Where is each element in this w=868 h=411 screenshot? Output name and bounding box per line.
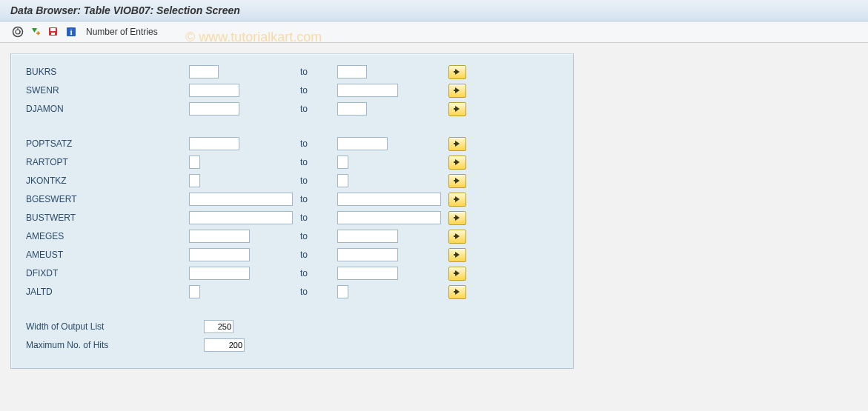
to-label: to [300, 194, 337, 204]
to-label: to [300, 157, 337, 167]
input-swenr-from[interactable] [189, 84, 239, 97]
multiselect-swenr[interactable] [448, 84, 466, 98]
row-djamon: DJAMON to [26, 100, 558, 118]
input-jkontkz-to[interactable] [337, 174, 348, 187]
input-ameust-from[interactable] [189, 248, 250, 261]
input-max-hits[interactable] [204, 338, 245, 352]
page-title: Data Browser: Table VIOB07: Selection Sc… [0, 0, 868, 21]
arrow-right-icon [455, 106, 460, 112]
svg-rect-9 [51, 33, 55, 35]
save-variant-icon[interactable] [46, 24, 61, 39]
input-bukrs-from[interactable] [189, 65, 219, 78]
arrow-right-icon [455, 178, 460, 184]
content-area: BUKRS to SWENR to DJAMON to POPTSATZ to [0, 43, 868, 379]
arrow-right-icon [455, 270, 460, 276]
row-max-hits: Maximum No. of Hits [26, 336, 558, 354]
label-poptsatz: POPTSATZ [26, 138, 189, 149]
input-swenr-to[interactable] [337, 84, 398, 97]
input-bgeswert-from[interactable] [189, 193, 293, 206]
label-rartopt: RARTOPT [26, 157, 189, 167]
label-bustwert: BUSTWERT [26, 213, 189, 223]
row-poptsatz: POPTSATZ to [26, 135, 558, 153]
input-jkontkz-from[interactable] [189, 174, 200, 187]
input-ameust-to[interactable] [337, 248, 398, 261]
multiselect-djamon[interactable] [448, 102, 466, 116]
multiselect-bukrs[interactable] [448, 65, 466, 79]
input-dfixdt-from[interactable] [189, 267, 250, 280]
to-label: to [300, 67, 337, 77]
multiselect-bgeswert[interactable] [448, 193, 466, 207]
input-poptsatz-to[interactable] [337, 137, 388, 150]
input-jaltd-to[interactable] [337, 285, 348, 298]
input-rartopt-from[interactable] [189, 156, 200, 169]
toolbar: i Number of Entries [0, 21, 868, 43]
arrow-right-icon [455, 289, 460, 295]
svg-marker-4 [32, 28, 37, 33]
execute-plus-icon[interactable] [28, 24, 43, 39]
label-bgeswert: BGESWERT [26, 194, 189, 204]
number-of-entries-button[interactable]: Number of Entries [86, 27, 158, 37]
multiselect-ameges[interactable] [448, 230, 466, 244]
input-jaltd-from[interactable] [189, 285, 200, 298]
row-bukrs: BUKRS to [26, 63, 558, 81]
row-swenr: SWENR to [26, 81, 558, 99]
input-dfixdt-to[interactable] [337, 267, 398, 280]
arrow-right-icon [455, 196, 460, 202]
multiselect-dfixdt[interactable] [448, 267, 466, 281]
svg-text:i: i [70, 27, 72, 36]
input-bustwert-to[interactable] [337, 211, 441, 224]
multiselect-bustwert[interactable] [448, 211, 466, 225]
execute-icon[interactable] [10, 24, 25, 39]
to-label: to [300, 104, 337, 114]
to-label: to [300, 176, 337, 186]
arrow-right-icon [455, 233, 460, 239]
input-bukrs-to[interactable] [337, 65, 367, 78]
info-icon[interactable]: i [64, 24, 79, 39]
multiselect-ameust[interactable] [448, 248, 466, 262]
multiselect-rartopt[interactable] [448, 156, 466, 170]
label-jaltd: JALTD [26, 287, 189, 297]
row-width-output: Width of Output List [26, 318, 558, 335]
arrow-right-icon [455, 141, 460, 147]
input-width-output[interactable] [204, 320, 233, 333]
input-ameges-to[interactable] [337, 230, 398, 243]
label-dfixdt: DFIXDT [26, 268, 189, 278]
arrow-right-icon [455, 252, 460, 258]
to-label: to [300, 250, 337, 260]
svg-rect-8 [50, 28, 56, 31]
label-bukrs: BUKRS [26, 67, 189, 77]
arrow-right-icon [455, 215, 460, 221]
input-bustwert-from[interactable] [189, 211, 293, 224]
row-jaltd: JALTD to [26, 283, 558, 301]
to-label: to [300, 85, 337, 96]
multiselect-poptsatz[interactable] [448, 137, 466, 151]
multiselect-jkontkz[interactable] [448, 174, 466, 188]
input-poptsatz-from[interactable] [189, 137, 239, 150]
label-width-output: Width of Output List [26, 321, 204, 332]
row-rartopt: RARTOPT to [26, 153, 558, 171]
arrow-right-icon [455, 159, 460, 165]
to-label: to [300, 231, 337, 241]
label-ameges: AMEGES [26, 231, 189, 241]
input-bgeswert-to[interactable] [337, 193, 441, 206]
row-ameust: AMEUST to [26, 246, 558, 264]
input-ameges-from[interactable] [189, 230, 250, 243]
to-label: to [300, 287, 337, 297]
row-bgeswert: BGESWERT to [26, 190, 558, 208]
svg-rect-6 [38, 31, 39, 35]
row-ameges: AMEGES to [26, 227, 558, 245]
arrow-right-icon [455, 69, 460, 75]
label-ameust: AMEUST [26, 250, 189, 260]
input-djamon-from[interactable] [189, 102, 239, 116]
selection-box: BUKRS to SWENR to DJAMON to POPTSATZ to [10, 53, 574, 369]
multiselect-jaltd[interactable] [448, 285, 466, 299]
label-swenr: SWENR [26, 85, 189, 96]
input-djamon-to[interactable] [337, 102, 367, 116]
row-dfixdt: DFIXDT to [26, 264, 558, 282]
row-jkontkz: JKONTKZ to [26, 172, 558, 190]
arrow-right-icon [455, 87, 460, 93]
label-djamon: DJAMON [26, 104, 189, 114]
to-label: to [300, 138, 337, 149]
to-label: to [300, 268, 337, 278]
input-rartopt-to[interactable] [337, 156, 348, 169]
